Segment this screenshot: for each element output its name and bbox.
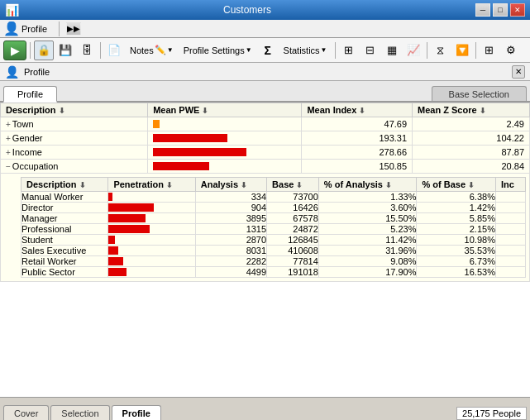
doc-button[interactable]: 📄 bbox=[104, 41, 124, 60]
notes-arrow: ▼ bbox=[167, 46, 174, 54]
expand-icon[interactable]: + bbox=[6, 134, 11, 143]
outer-header-row: Description ⬇ Mean PWE ⬇ Mean Index ⬇ Me… bbox=[1, 103, 530, 117]
close-button[interactable]: ✕ bbox=[510, 3, 525, 17]
sep5 bbox=[475, 42, 476, 59]
notes-label: Notes bbox=[130, 45, 154, 55]
title-bar: 📊 Customers ─ □ ✕ bbox=[0, 0, 530, 20]
inner-table-row: Professional 1315 24872 5.23% 2.15% bbox=[21, 224, 526, 235]
bottom-tab-profile[interactable]: Profile bbox=[112, 405, 161, 420]
sep3 bbox=[335, 42, 336, 59]
inner-table-row: Manager 3895 67578 15.50% 5.85% bbox=[21, 213, 526, 224]
bar-cell bbox=[148, 131, 302, 146]
expand-icon[interactable]: + bbox=[6, 120, 11, 129]
table-row: −Occupation 150.85 20.84 bbox=[1, 160, 530, 174]
inner-pct-base: 35.53% bbox=[417, 246, 495, 256]
filter-button[interactable]: ⧖ bbox=[431, 41, 451, 60]
inner-pen-cell bbox=[108, 213, 195, 224]
inner-table-row: Retail Worker 2282 77814 9.08% 6.73% bbox=[21, 256, 526, 267]
expand-icon[interactable]: − bbox=[6, 162, 11, 171]
col-mean-z: Mean Z Score ⬇ bbox=[413, 103, 530, 117]
inner-base: 191018 bbox=[267, 267, 319, 278]
mean-z-cell: 104.22 bbox=[413, 131, 530, 146]
grid3-button[interactable]: ⊞ bbox=[480, 41, 499, 60]
row-label: +Gender bbox=[1, 131, 148, 146]
profile-icon: 👤 bbox=[3, 21, 20, 36]
bottom-tabs: Cover Selection Profile 25,175 People bbox=[0, 397, 530, 420]
mean-index-cell: 47.69 bbox=[302, 117, 413, 131]
grid-btn2[interactable]: ⊟ bbox=[360, 41, 380, 60]
sigma-button[interactable]: Σ bbox=[258, 41, 278, 60]
col-mean-index: Mean Index ⬇ bbox=[302, 103, 413, 117]
settings-button[interactable]: ⚙ bbox=[501, 41, 521, 60]
sort-z-icon: ⬇ bbox=[480, 107, 486, 115]
scroll-container[interactable]: Description ⬇ Mean PWE ⬇ Mean Index ⬇ Me… bbox=[0, 103, 530, 397]
bottom-tab-selection[interactable]: Selection bbox=[50, 405, 109, 420]
inner-analysis: 2282 bbox=[195, 256, 266, 267]
inner-inc bbox=[495, 224, 525, 235]
inner-pct-analysis: 11.42% bbox=[318, 235, 417, 246]
profile-bar-close[interactable]: ✕ bbox=[512, 65, 525, 79]
funnel-button[interactable]: 🔽 bbox=[452, 41, 472, 60]
mean-index-cell: 150.85 bbox=[302, 160, 413, 174]
inner-base: 410608 bbox=[267, 246, 319, 256]
main-content: Description ⬇ Mean PWE ⬇ Mean Index ⬇ Me… bbox=[0, 103, 530, 397]
forward-button[interactable]: ▶▶ bbox=[66, 22, 81, 36]
minimize-button[interactable]: ─ bbox=[475, 3, 490, 17]
grid-btn1[interactable]: ⊞ bbox=[339, 41, 359, 60]
inner-col-description: Description ⬇ bbox=[21, 178, 108, 192]
barrel-button[interactable]: 🗄 bbox=[77, 41, 97, 60]
inner-pct-analysis: 5.23% bbox=[318, 224, 417, 235]
inner-col-penetration: Penetration ⬇ bbox=[108, 178, 195, 192]
play-button[interactable]: ▶ bbox=[3, 41, 26, 60]
inner-table-row: Student 2870 126845 11.42% 10.98% bbox=[21, 235, 526, 246]
maximize-button[interactable]: □ bbox=[493, 3, 508, 17]
inner-base: 24872 bbox=[267, 224, 319, 235]
inner-label: Manager bbox=[21, 213, 108, 224]
tab-base-selection[interactable]: Base Selection bbox=[432, 86, 527, 101]
inner-pct-base: 6.73% bbox=[417, 256, 495, 267]
inner-table-row: Manual Worker 334 73700 1.33% 6.38% bbox=[21, 192, 526, 203]
inner-pen-cell bbox=[108, 203, 195, 213]
inner-label: Director bbox=[21, 203, 108, 213]
mean-z-cell: 87.87 bbox=[413, 146, 530, 160]
save-button[interactable]: 💾 bbox=[55, 41, 75, 60]
expand-icon[interactable]: + bbox=[6, 148, 11, 157]
inner-analysis: 4499 bbox=[195, 267, 266, 278]
inner-inc bbox=[495, 203, 525, 213]
table-button[interactable]: ▦ bbox=[382, 41, 402, 60]
bottom-tab-cover[interactable]: Cover bbox=[3, 405, 49, 420]
sep4 bbox=[427, 42, 427, 59]
profile-menu-label[interactable]: Profile bbox=[21, 24, 47, 34]
inner-header-row: Description ⬇ Penetration ⬇ Analysis ⬇ B… bbox=[21, 178, 526, 192]
profile-bar-icon: 👤 bbox=[5, 65, 19, 79]
inner-inc bbox=[495, 192, 525, 203]
inner-pct-analysis: 31.96% bbox=[318, 246, 417, 256]
inner-col-base: Base ⬇ bbox=[267, 178, 319, 192]
inner-inc bbox=[495, 213, 525, 224]
statistics-arrow: ▼ bbox=[321, 46, 327, 54]
notes-dropdown[interactable]: Notes ✏️ ▼ bbox=[126, 42, 178, 58]
inner-col-analysis: Analysis ⬇ bbox=[195, 178, 266, 192]
inner-pen-cell bbox=[108, 235, 195, 246]
app-icon: 📊 bbox=[5, 3, 19, 17]
tab-profile[interactable]: Profile bbox=[3, 86, 57, 103]
inner-base: 16426 bbox=[267, 203, 319, 213]
statistics-dropdown[interactable]: Statistics ▼ bbox=[279, 43, 332, 58]
inner-label: Retail Worker bbox=[21, 256, 108, 267]
statistics-label: Statistics bbox=[284, 45, 320, 55]
menu-bar: 👤 Profile ▶▶ bbox=[0, 20, 530, 38]
inner-pen-cell bbox=[108, 256, 195, 267]
chart-button[interactable]: 📈 bbox=[403, 41, 423, 60]
inner-analysis: 2870 bbox=[195, 235, 266, 246]
inner-base: 73700 bbox=[267, 192, 319, 203]
inner-pen-cell bbox=[108, 192, 195, 203]
table-row: +Income 278.66 87.87 bbox=[1, 146, 530, 160]
lock-button[interactable]: 🔒 bbox=[34, 41, 54, 60]
row-label: +Income bbox=[1, 146, 148, 160]
profile-settings-arrow: ▼ bbox=[246, 46, 252, 54]
inner-pct-analysis: 1.33% bbox=[318, 192, 417, 203]
inner-table-row: Sales Executive 8031 410608 31.96% 35.53… bbox=[21, 246, 526, 256]
inner-pen-cell bbox=[108, 224, 195, 235]
profile-settings-dropdown[interactable]: Profile Settings ▼ bbox=[179, 43, 256, 58]
table-row: +Town 47.69 2.49 bbox=[1, 117, 530, 131]
